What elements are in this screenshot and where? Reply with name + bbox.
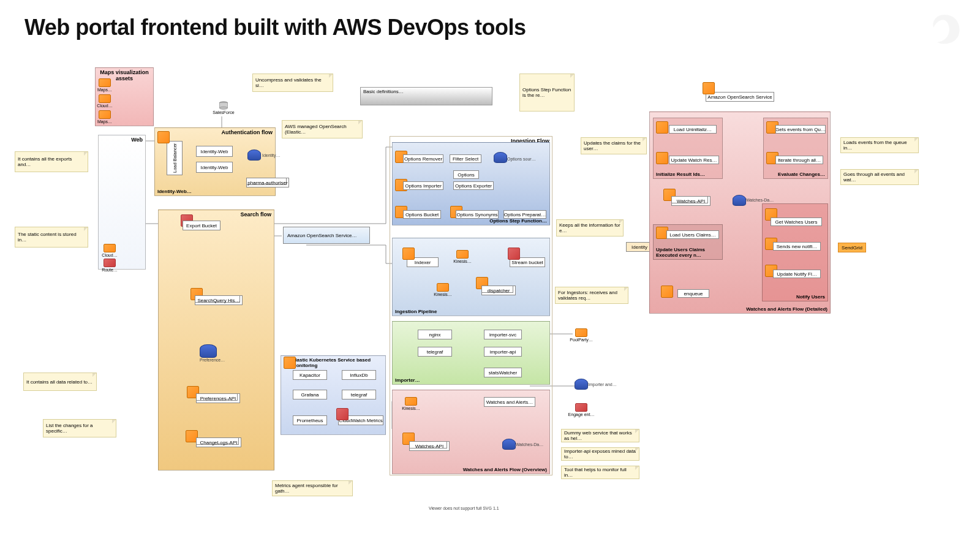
poolparty-icon: PoolParty… bbox=[575, 328, 588, 342]
note-goes-events: Goes through all events and wat… bbox=[840, 169, 919, 185]
note-data-related: It contains all data related to… bbox=[23, 373, 97, 391]
node-idweb1: Identity-Web bbox=[196, 146, 233, 157]
enqueue-icon bbox=[660, 286, 674, 299]
node-aos-right: Amazon OpenSearch Service bbox=[706, 92, 774, 102]
kinesis1-icon: Kinesis… bbox=[456, 250, 469, 263]
note-loads-queue: Loads events from the queue in… bbox=[840, 137, 919, 153]
node-importer-svc: importer-svc bbox=[484, 330, 522, 339]
label-pref-db: Preference… bbox=[200, 358, 225, 362]
node-watches-alerts: Watches and Alerts… bbox=[484, 397, 535, 407]
node-sendgrid: SendGrid bbox=[838, 243, 866, 252]
node-sends-notif: Sends new notifi… bbox=[773, 242, 821, 251]
node-telegraf-eks: telegraf bbox=[342, 390, 376, 399]
node-enqueue: enqueue bbox=[677, 289, 709, 298]
note-importer-api: Importer-api exposes mined data to… bbox=[561, 447, 639, 461]
node-pharma: pharma-authoriser bbox=[246, 178, 289, 187]
maps-icon-3: Maps… bbox=[98, 110, 111, 124]
node-update-watch: Update Watch Res… bbox=[669, 156, 719, 164]
node-influx: InfluxDb bbox=[342, 370, 376, 380]
node-watches-api-d: Watches-API bbox=[671, 196, 710, 206]
label-web: Web bbox=[131, 137, 143, 143]
node-idweb2: Identity-Web bbox=[196, 162, 233, 173]
note-dummy: Dummy web service that works as hel… bbox=[561, 429, 639, 442]
note-static: The static content is stored in… bbox=[15, 227, 88, 248]
route-icon: Route… bbox=[103, 259, 116, 272]
watches-db-ov-icon bbox=[502, 439, 514, 451]
stream-bucket-icon bbox=[507, 248, 521, 261]
node-opt-bucket: Options Bucket bbox=[403, 210, 441, 219]
node-load-balancer: Load Balancer bbox=[167, 141, 183, 175]
node-watches-api-ov: Watches-API bbox=[409, 441, 450, 451]
indexer-icon bbox=[402, 248, 415, 261]
node-grafana: Grafana bbox=[293, 390, 327, 399]
node-pref-api: Preferences-API bbox=[196, 393, 240, 403]
cw-icon bbox=[336, 408, 349, 422]
label-options-step: Options Step Function… bbox=[489, 218, 547, 224]
label-wa-detail: Watches and Alerts Flow (Detailed) bbox=[746, 306, 827, 312]
node-nginx: nginx bbox=[418, 330, 452, 339]
node-gets-events: Gets events from Qu… bbox=[775, 125, 826, 134]
options-source-db-icon bbox=[494, 152, 506, 164]
node-load-claims: Load Users Claims… bbox=[666, 230, 719, 239]
node-export-bucket: Export Bucket bbox=[183, 221, 221, 230]
leaf-logo-icon bbox=[926, 11, 963, 48]
authflow-lambda-icon bbox=[157, 131, 170, 145]
group-importer: Importer… bbox=[392, 321, 550, 385]
update-watch-icon bbox=[655, 152, 669, 165]
label-options-source: Options sour… bbox=[507, 157, 536, 161]
label-identity-db: Identity… bbox=[262, 153, 281, 157]
node-telegraf-imp: telegraf bbox=[418, 347, 452, 357]
node-dispatcher: dispatcher bbox=[481, 286, 516, 295]
node-importer-api: importer-api bbox=[484, 347, 522, 357]
label-watches-db-d: Watches-Da… bbox=[746, 198, 774, 202]
node-sqh: SearchQuery His… bbox=[195, 295, 243, 305]
kinesis3-icon: Kinesis… bbox=[404, 397, 418, 411]
node-opt-syn: Options Synonyms bbox=[456, 210, 499, 219]
cloud-icon: Cloud… bbox=[103, 244, 116, 257]
node-opt-prep: Options Preparat… bbox=[503, 210, 546, 219]
note-updates-claims: Updates the claims for the user… bbox=[581, 137, 647, 154]
note-metrics-agent: Metrics agent responsible for gath… bbox=[272, 480, 353, 496]
node-get-watches-users: Get Watches Users bbox=[771, 218, 822, 226]
group-ing-pipeline: Ingestion Pipeline bbox=[392, 238, 550, 316]
node-options: Options bbox=[453, 170, 479, 179]
salesforce-db-icon: SalesForce bbox=[211, 101, 236, 115]
page-title: Web portal frontend built with AWS DevOp… bbox=[24, 15, 526, 40]
label-eks: Elastic Kubernetes Service based Monitor… bbox=[292, 357, 385, 368]
node-opt-remover: Options Remover bbox=[403, 154, 443, 163]
kinesis2-icon: Kinesis… bbox=[436, 283, 450, 297]
label-eval-changes: Evaluate Changes… bbox=[778, 172, 825, 177]
maps-icon-2: Cloud… bbox=[98, 94, 111, 108]
aos-right-icon bbox=[702, 82, 715, 96]
node-aos: Amazon OpenSearch Service… bbox=[283, 227, 370, 244]
label-importer: Importer… bbox=[395, 377, 420, 383]
node-prometheus: Prometheus bbox=[293, 415, 327, 425]
identity-db-icon bbox=[247, 149, 260, 162]
node-opt-exporter: Options Exporter bbox=[453, 181, 494, 190]
label-auth-sub: Identity-Web… bbox=[157, 189, 192, 194]
footnote: Viewer does not support full SVG 1.1 bbox=[429, 506, 499, 510]
node-changelogs: ChangeLogs-API bbox=[196, 437, 241, 447]
node-iterate-all: Iterate through all… bbox=[775, 156, 823, 164]
note-aws-managed: AWS managed OpenSearch (Elastic… bbox=[282, 120, 363, 138]
load-uninit-icon bbox=[655, 121, 669, 135]
label-importer-and: Importer and… bbox=[588, 382, 617, 387]
note-ingestors: For Ingestors: receives and validates re… bbox=[555, 287, 628, 304]
maps-icon-1: Maps… bbox=[98, 78, 111, 92]
svg-point-36 bbox=[220, 107, 228, 109]
label-ing-pipeline: Ingestion Pipeline bbox=[395, 309, 437, 314]
label-search: Search flow bbox=[240, 211, 271, 218]
label-update-users: Update Users Claims Executed every n… bbox=[656, 248, 705, 258]
watches-db-d-icon bbox=[733, 195, 745, 207]
note-opt-step: Options Step Function is the re… bbox=[519, 74, 575, 112]
label-notify-users: Notify Users bbox=[796, 294, 825, 300]
eks-icon bbox=[283, 357, 296, 370]
label-wa-overview: Watches and Alerts Flow (Overview) bbox=[463, 467, 547, 472]
box-basic-defs: Basic definitions… bbox=[360, 87, 492, 105]
note-exports: It contains all the exports and… bbox=[15, 151, 88, 172]
note-uncompress: Uncompress and validates the si… bbox=[252, 74, 333, 92]
note-list-changes: List the changes for a specific… bbox=[43, 419, 116, 437]
node-filter-select: Filter Select bbox=[450, 154, 481, 163]
note-keeps-info: Keeps all the information for e… bbox=[556, 219, 624, 236]
group-search: Search flow bbox=[158, 210, 274, 471]
